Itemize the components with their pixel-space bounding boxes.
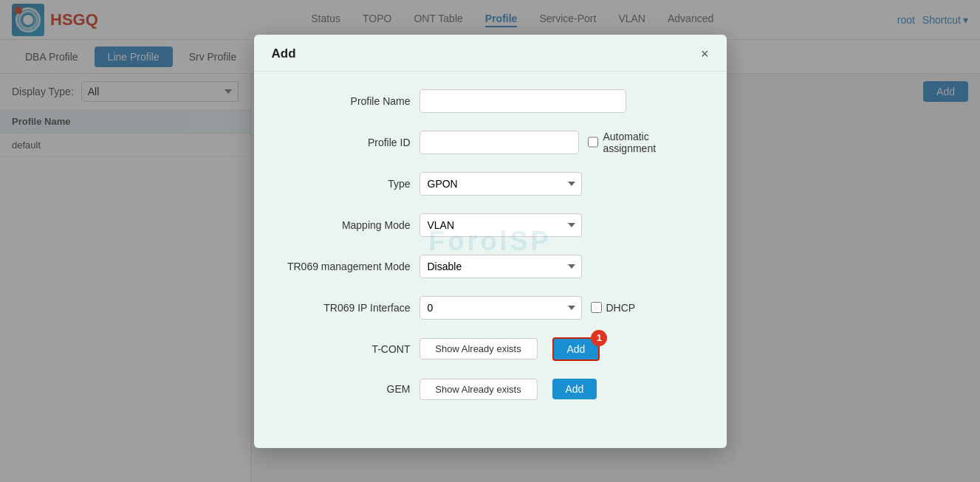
tr069-ip-label: TR069 IP Interface bbox=[278, 302, 411, 314]
profile-name-input[interactable] bbox=[419, 89, 626, 113]
profile-id-input[interactable] bbox=[419, 131, 579, 154]
automatic-assignment-checkbox[interactable] bbox=[588, 137, 599, 148]
close-icon[interactable]: × bbox=[701, 47, 709, 62]
automatic-assignment-label: Automatic assignment bbox=[603, 131, 702, 154]
modal-title: Add bbox=[272, 47, 296, 61]
mapping-mode-label: Mapping Mode bbox=[278, 219, 411, 231]
tcont-show-button[interactable]: Show Already exists bbox=[419, 338, 538, 359]
modal-overlay: Add × ForolSP Profile Name Profile ID Au… bbox=[0, 0, 980, 482]
tcont-row: T-CONT Show Already exists Add 1 bbox=[278, 337, 703, 361]
type-select[interactable]: GPON bbox=[419, 172, 582, 196]
tcont-badge: 1 bbox=[591, 330, 607, 346]
modal: Add × ForolSP Profile Name Profile ID Au… bbox=[254, 35, 727, 448]
automatic-assignment-group: Automatic assignment bbox=[588, 131, 703, 154]
tr069-mode-select[interactable]: Disable bbox=[419, 255, 582, 278]
tr069-mode-row: TR069 management Mode Disable bbox=[278, 255, 703, 278]
mapping-mode-row: Mapping Mode VLAN bbox=[278, 213, 703, 237]
modal-body: ForolSP Profile Name Profile ID Automati… bbox=[254, 72, 727, 435]
tr069-mode-label: TR069 management Mode bbox=[278, 261, 411, 272]
type-row: Type GPON bbox=[278, 172, 703, 196]
gem-row: GEM Show Already exists Add bbox=[278, 379, 703, 400]
profile-id-row: Profile ID Automatic assignment bbox=[278, 131, 703, 154]
gem-add-button[interactable]: Add bbox=[552, 379, 597, 399]
tcont-label: T-CONT bbox=[278, 343, 411, 355]
dhcp-label: DHCP bbox=[606, 302, 636, 314]
modal-header: Add × bbox=[254, 35, 727, 72]
dhcp-group: DHCP bbox=[591, 302, 636, 314]
dhcp-checkbox[interactable] bbox=[591, 302, 602, 313]
mapping-mode-select[interactable]: VLAN bbox=[419, 213, 582, 237]
gem-show-button[interactable]: Show Already exists bbox=[419, 379, 538, 400]
tr069-ip-select[interactable]: 0 bbox=[419, 296, 582, 320]
tr069-ip-row: TR069 IP Interface 0 DHCP bbox=[278, 296, 703, 320]
profile-name-label: Profile Name bbox=[278, 95, 411, 107]
type-label: Type bbox=[278, 178, 411, 190]
profile-name-row: Profile Name bbox=[278, 89, 703, 113]
profile-id-label: Profile ID bbox=[278, 137, 411, 148]
gem-label: GEM bbox=[278, 383, 411, 395]
